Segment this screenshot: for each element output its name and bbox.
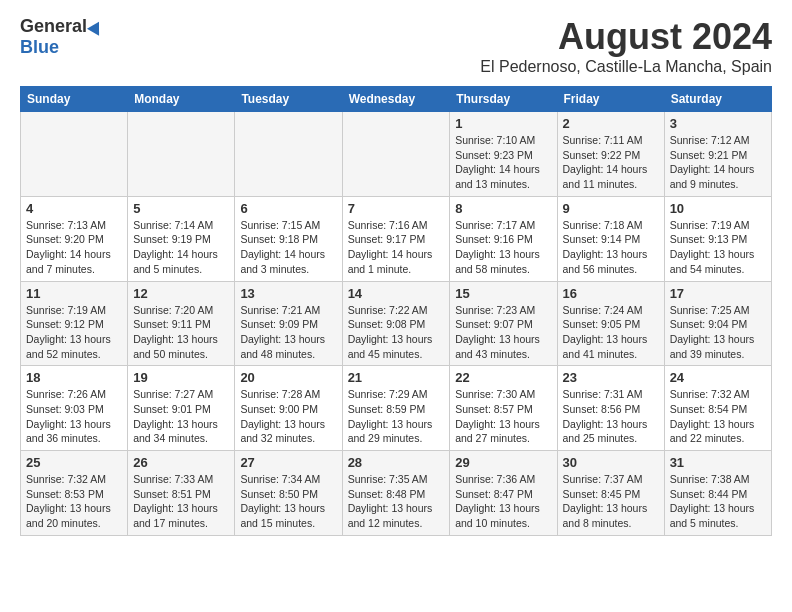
logo-general-text: General [20, 16, 87, 37]
calendar-week-row: 1Sunrise: 7:10 AM Sunset: 9:23 PM Daylig… [21, 112, 772, 197]
title-area: August 2024 El Pedernoso, Castille-La Ma… [480, 16, 772, 76]
calendar-cell: 29Sunrise: 7:36 AM Sunset: 8:47 PM Dayli… [450, 451, 557, 536]
day-info: Sunrise: 7:11 AM Sunset: 9:22 PM Dayligh… [563, 133, 659, 192]
calendar-table: SundayMondayTuesdayWednesdayThursdayFrid… [20, 86, 772, 536]
day-number: 18 [26, 370, 122, 385]
day-number: 10 [670, 201, 766, 216]
calendar-header-thursday: Thursday [450, 87, 557, 112]
day-info: Sunrise: 7:18 AM Sunset: 9:14 PM Dayligh… [563, 218, 659, 277]
day-number: 4 [26, 201, 122, 216]
logo-blue-text: Blue [20, 37, 59, 58]
calendar-week-row: 18Sunrise: 7:26 AM Sunset: 9:03 PM Dayli… [21, 366, 772, 451]
calendar-cell [342, 112, 450, 197]
day-info: Sunrise: 7:12 AM Sunset: 9:21 PM Dayligh… [670, 133, 766, 192]
calendar-cell: 15Sunrise: 7:23 AM Sunset: 9:07 PM Dayli… [450, 281, 557, 366]
day-number: 21 [348, 370, 445, 385]
calendar-cell: 20Sunrise: 7:28 AM Sunset: 9:00 PM Dayli… [235, 366, 342, 451]
day-number: 31 [670, 455, 766, 470]
day-number: 5 [133, 201, 229, 216]
calendar-header-tuesday: Tuesday [235, 87, 342, 112]
day-info: Sunrise: 7:35 AM Sunset: 8:48 PM Dayligh… [348, 472, 445, 531]
day-info: Sunrise: 7:28 AM Sunset: 9:00 PM Dayligh… [240, 387, 336, 446]
calendar-cell [235, 112, 342, 197]
day-number: 9 [563, 201, 659, 216]
calendar-cell: 10Sunrise: 7:19 AM Sunset: 9:13 PM Dayli… [664, 196, 771, 281]
day-number: 17 [670, 286, 766, 301]
calendar-cell: 2Sunrise: 7:11 AM Sunset: 9:22 PM Daylig… [557, 112, 664, 197]
calendar-cell: 4Sunrise: 7:13 AM Sunset: 9:20 PM Daylig… [21, 196, 128, 281]
day-number: 29 [455, 455, 551, 470]
calendar-cell [128, 112, 235, 197]
day-info: Sunrise: 7:14 AM Sunset: 9:19 PM Dayligh… [133, 218, 229, 277]
day-info: Sunrise: 7:15 AM Sunset: 9:18 PM Dayligh… [240, 218, 336, 277]
day-info: Sunrise: 7:19 AM Sunset: 9:13 PM Dayligh… [670, 218, 766, 277]
calendar-cell: 25Sunrise: 7:32 AM Sunset: 8:53 PM Dayli… [21, 451, 128, 536]
day-info: Sunrise: 7:10 AM Sunset: 9:23 PM Dayligh… [455, 133, 551, 192]
calendar-cell: 21Sunrise: 7:29 AM Sunset: 8:59 PM Dayli… [342, 366, 450, 451]
day-number: 16 [563, 286, 659, 301]
calendar-cell: 11Sunrise: 7:19 AM Sunset: 9:12 PM Dayli… [21, 281, 128, 366]
page-header: General Blue August 2024 El Pedernoso, C… [20, 16, 772, 76]
day-number: 2 [563, 116, 659, 131]
day-number: 15 [455, 286, 551, 301]
calendar-cell: 5Sunrise: 7:14 AM Sunset: 9:19 PM Daylig… [128, 196, 235, 281]
calendar-cell: 23Sunrise: 7:31 AM Sunset: 8:56 PM Dayli… [557, 366, 664, 451]
calendar-cell: 6Sunrise: 7:15 AM Sunset: 9:18 PM Daylig… [235, 196, 342, 281]
day-info: Sunrise: 7:19 AM Sunset: 9:12 PM Dayligh… [26, 303, 122, 362]
day-info: Sunrise: 7:34 AM Sunset: 8:50 PM Dayligh… [240, 472, 336, 531]
calendar-week-row: 11Sunrise: 7:19 AM Sunset: 9:12 PM Dayli… [21, 281, 772, 366]
day-info: Sunrise: 7:25 AM Sunset: 9:04 PM Dayligh… [670, 303, 766, 362]
day-info: Sunrise: 7:20 AM Sunset: 9:11 PM Dayligh… [133, 303, 229, 362]
calendar-cell: 9Sunrise: 7:18 AM Sunset: 9:14 PM Daylig… [557, 196, 664, 281]
day-info: Sunrise: 7:30 AM Sunset: 8:57 PM Dayligh… [455, 387, 551, 446]
calendar-cell: 13Sunrise: 7:21 AM Sunset: 9:09 PM Dayli… [235, 281, 342, 366]
day-number: 25 [26, 455, 122, 470]
day-number: 3 [670, 116, 766, 131]
day-number: 6 [240, 201, 336, 216]
calendar-cell: 27Sunrise: 7:34 AM Sunset: 8:50 PM Dayli… [235, 451, 342, 536]
day-number: 30 [563, 455, 659, 470]
day-info: Sunrise: 7:26 AM Sunset: 9:03 PM Dayligh… [26, 387, 122, 446]
logo: General Blue [20, 16, 103, 58]
day-info: Sunrise: 7:38 AM Sunset: 8:44 PM Dayligh… [670, 472, 766, 531]
day-info: Sunrise: 7:23 AM Sunset: 9:07 PM Dayligh… [455, 303, 551, 362]
day-number: 13 [240, 286, 336, 301]
calendar-cell: 30Sunrise: 7:37 AM Sunset: 8:45 PM Dayli… [557, 451, 664, 536]
day-info: Sunrise: 7:32 AM Sunset: 8:53 PM Dayligh… [26, 472, 122, 531]
day-number: 19 [133, 370, 229, 385]
calendar-cell: 31Sunrise: 7:38 AM Sunset: 8:44 PM Dayli… [664, 451, 771, 536]
day-info: Sunrise: 7:37 AM Sunset: 8:45 PM Dayligh… [563, 472, 659, 531]
calendar-cell: 12Sunrise: 7:20 AM Sunset: 9:11 PM Dayli… [128, 281, 235, 366]
day-number: 22 [455, 370, 551, 385]
day-info: Sunrise: 7:29 AM Sunset: 8:59 PM Dayligh… [348, 387, 445, 446]
page-title: August 2024 [480, 16, 772, 58]
calendar-cell: 8Sunrise: 7:17 AM Sunset: 9:16 PM Daylig… [450, 196, 557, 281]
day-number: 24 [670, 370, 766, 385]
day-number: 7 [348, 201, 445, 216]
day-info: Sunrise: 7:33 AM Sunset: 8:51 PM Dayligh… [133, 472, 229, 531]
day-number: 14 [348, 286, 445, 301]
calendar-cell: 18Sunrise: 7:26 AM Sunset: 9:03 PM Dayli… [21, 366, 128, 451]
day-info: Sunrise: 7:16 AM Sunset: 9:17 PM Dayligh… [348, 218, 445, 277]
calendar-cell: 22Sunrise: 7:30 AM Sunset: 8:57 PM Dayli… [450, 366, 557, 451]
calendar-cell [21, 112, 128, 197]
day-number: 11 [26, 286, 122, 301]
day-info: Sunrise: 7:22 AM Sunset: 9:08 PM Dayligh… [348, 303, 445, 362]
day-number: 28 [348, 455, 445, 470]
calendar-header-wednesday: Wednesday [342, 87, 450, 112]
day-info: Sunrise: 7:17 AM Sunset: 9:16 PM Dayligh… [455, 218, 551, 277]
calendar-cell: 14Sunrise: 7:22 AM Sunset: 9:08 PM Dayli… [342, 281, 450, 366]
logo-triangle-icon [87, 18, 105, 35]
calendar-cell: 16Sunrise: 7:24 AM Sunset: 9:05 PM Dayli… [557, 281, 664, 366]
calendar-cell: 3Sunrise: 7:12 AM Sunset: 9:21 PM Daylig… [664, 112, 771, 197]
day-number: 27 [240, 455, 336, 470]
day-info: Sunrise: 7:13 AM Sunset: 9:20 PM Dayligh… [26, 218, 122, 277]
day-info: Sunrise: 7:24 AM Sunset: 9:05 PM Dayligh… [563, 303, 659, 362]
day-info: Sunrise: 7:27 AM Sunset: 9:01 PM Dayligh… [133, 387, 229, 446]
calendar-cell: 19Sunrise: 7:27 AM Sunset: 9:01 PM Dayli… [128, 366, 235, 451]
day-number: 12 [133, 286, 229, 301]
calendar-header-friday: Friday [557, 87, 664, 112]
calendar-header-saturday: Saturday [664, 87, 771, 112]
calendar-cell: 17Sunrise: 7:25 AM Sunset: 9:04 PM Dayli… [664, 281, 771, 366]
calendar-cell: 28Sunrise: 7:35 AM Sunset: 8:48 PM Dayli… [342, 451, 450, 536]
